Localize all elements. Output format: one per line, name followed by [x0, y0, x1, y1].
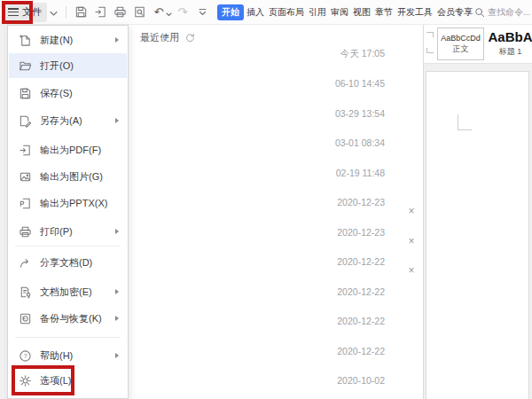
menu-item-export-pdf[interactable]: 输出为PDF(F)	[9, 137, 127, 162]
recent-file-row[interactable]: 今天 17:05	[129, 39, 423, 69]
recent-file-row[interactable]: 2020-12-22	[129, 307, 423, 337]
search-label: 查找命令...	[488, 6, 530, 19]
recent-file-row[interactable]: 02-19 11:48	[129, 158, 423, 188]
submenu-arrow-icon	[115, 289, 119, 294]
menu-item-encrypt[interactable]: 文档加密(E)	[9, 279, 127, 304]
submenu-arrow-icon	[115, 37, 119, 43]
search-icon	[474, 7, 485, 18]
print-icon	[19, 225, 32, 239]
close-icon[interactable]: ×	[405, 264, 418, 277]
ribbon-fragment: AaBbCcDd 正文 AaBbA 标题 1	[424, 25, 532, 64]
menu-item-export-pptx[interactable]: 输出为PPTX(X)	[9, 191, 127, 215]
recent-file-row[interactable]: 2020-10-02	[129, 366, 423, 396]
recent-file-row[interactable]: 2020-12-23×	[129, 217, 423, 247]
menu-item-options[interactable]: 选项(L)	[9, 368, 127, 393]
recent-file-row[interactable]: 2020-12-22	[129, 277, 423, 307]
menu-item-export-image[interactable]: 输出为图片(G)	[9, 164, 127, 189]
close-icon[interactable]: ×	[405, 235, 418, 247]
menu-item-save[interactable]: 保存(S)	[9, 81, 127, 106]
menu-separator	[15, 337, 121, 338]
chevron-down-icon[interactable]	[50, 4, 58, 20]
recent-files-panel: 最近使用 今天 17:05 06-10 14:45 03-29 13:54 03…	[129, 25, 424, 399]
submenu-arrow-icon	[115, 316, 119, 321]
recent-file-row[interactable]: 06-10 14:45	[129, 69, 423, 99]
open-folder-icon	[19, 59, 32, 73]
customize-toolbar-icon[interactable]	[193, 4, 211, 21]
undo-icon[interactable]: ↶	[150, 4, 168, 21]
style-normal[interactable]: AaBbCcDd 正文	[437, 27, 484, 60]
document-encrypt-icon	[19, 286, 32, 299]
export-image-icon	[19, 170, 32, 184]
tab-section[interactable]: 章节	[373, 4, 395, 20]
new-document-icon	[19, 34, 32, 47]
recent-file-row[interactable]: 03-29 13:54	[129, 98, 423, 129]
menu-separator	[15, 246, 121, 246]
document-area	[424, 64, 532, 399]
menu-item-backup-restore[interactable]: 备份与恢复(K)	[9, 306, 127, 331]
export-pdf-icon[interactable]	[91, 4, 109, 21]
redo-icon: ↷	[174, 4, 192, 21]
print-preview-icon[interactable]	[130, 4, 148, 21]
export-pptx-icon	[19, 197, 32, 210]
tab-view[interactable]: 视图	[351, 4, 372, 20]
recent-rows: 今天 17:05 06-10 14:45 03-29 13:54 03-01 0…	[129, 39, 423, 395]
menu-item-new[interactable]: 新建(N)	[9, 27, 127, 52]
ribbon-tabs: 开始 插入 页面布局 引用 审阅 视图 章节 开发工具 会员专享	[217, 4, 474, 20]
file-menu-dropdown: 新建(N) 打开(O) 保存(S) 另存为(A) 输出为PDF(F) 输出为图片…	[7, 25, 129, 399]
hamburger-icon	[8, 8, 19, 16]
menu-item-save-as[interactable]: 另存为(A)	[9, 108, 127, 133]
tab-insert[interactable]: 插入	[245, 4, 266, 20]
svg-text:?: ?	[23, 352, 27, 360]
export-pdf-icon	[19, 144, 32, 157]
recent-file-row[interactable]: 2020-12-22	[129, 336, 423, 366]
file-menu-button[interactable]: 文件	[3, 3, 47, 22]
toolbar: 文件 ↶ ↷ 开始 插入 页面布局 引用 审阅 视图 章节 开发工具 会员专享	[0, 0, 532, 25]
tab-member[interactable]: 会员专享	[435, 4, 474, 20]
gear-icon	[19, 374, 32, 387]
submenu-arrow-icon	[115, 229, 119, 234]
divider	[66, 6, 66, 19]
document-page[interactable]	[426, 71, 529, 399]
tab-dev-tools[interactable]: 开发工具	[395, 4, 434, 20]
menu-item-help[interactable]: ? 帮助(H)	[9, 343, 127, 368]
share-icon	[19, 256, 32, 270]
style-heading1[interactable]: AaBbA 标题 1	[486, 27, 532, 60]
close-icon[interactable]: ×	[405, 205, 418, 217]
help-icon: ?	[19, 349, 32, 363]
save-as-icon	[19, 114, 32, 128]
backup-restore-icon	[19, 312, 32, 325]
tab-review[interactable]: 审阅	[329, 4, 350, 20]
submenu-arrow-icon	[115, 118, 119, 123]
ribbon-cropped-controls	[426, 48, 434, 53]
menu-item-print[interactable]: 打印(P)	[9, 219, 127, 244]
print-icon[interactable]	[111, 4, 129, 21]
file-button-label: 文件	[22, 5, 42, 19]
save-icon	[19, 87, 32, 100]
style-preview: AaBbA	[488, 30, 532, 45]
recent-file-row[interactable]: 2020-12-22×	[129, 247, 423, 278]
search-command[interactable]: 查找命令...	[474, 6, 530, 19]
submenu-arrow-icon	[115, 353, 119, 358]
recent-file-row[interactable]: 03-01 08:34	[129, 129, 423, 159]
tab-home[interactable]: 开始	[217, 4, 244, 20]
menu-item-open[interactable]: 打开(O)	[9, 53, 127, 78]
style-name: 标题 1	[499, 46, 522, 58]
tab-page-layout[interactable]: 页面布局	[267, 4, 306, 20]
style-preview: AaBbCcDd	[441, 34, 481, 43]
undo-dropdown-icon[interactable]	[166, 4, 172, 20]
menu-item-share[interactable]: 分享文档(D)	[9, 250, 127, 275]
save-icon[interactable]	[72, 4, 90, 21]
ribbon-cropped-controls	[426, 32, 434, 37]
style-name: 正文	[453, 43, 469, 55]
recent-file-row[interactable]: 2020-12-23×	[129, 188, 423, 218]
margin-corner-mark	[458, 114, 472, 130]
tab-references[interactable]: 引用	[307, 4, 328, 20]
